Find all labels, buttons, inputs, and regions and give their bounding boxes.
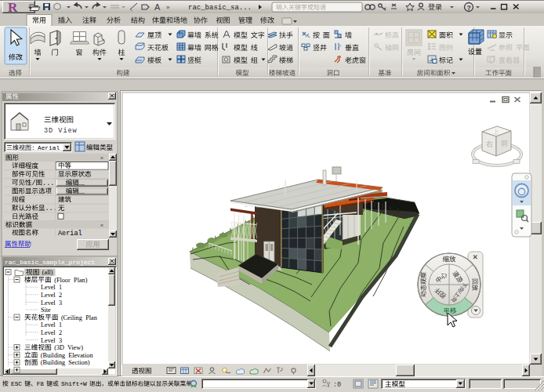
svg-text:View): View) [67,344,83,351]
svg-text:Level: Level [41,299,56,307]
svg-text:(Building: (Building [41,352,65,359]
svg-text::: : [31,145,35,151]
svg-text:(Ceiling: (Ceiling [61,314,82,321]
svg-text:(all): (all) [42,269,53,276]
svg-text:1: 1 [59,284,62,291]
svg-text:»: » [166,4,170,11]
svg-text:Plan: Plan [85,314,97,321]
svg-text:Aerial: Aerial [58,230,82,238]
svg-text:«: « [100,155,103,161]
svg-text:Plan): Plan) [74,277,88,284]
svg-text:Level: Level [41,329,56,336]
svg-text:Level: Level [41,321,56,328]
svg-text:Aerial: Aerial [38,145,60,151]
svg-text:?: ? [467,4,471,12]
svg-text::0: :0 [333,381,341,389]
svg-text:...: ... [79,187,85,195]
svg-text:Level: Level [41,292,56,299]
svg-text:2: 2 [59,292,62,299]
svg-text:Section): Section) [68,359,90,366]
svg-text:F8: F8 [37,381,45,387]
svg-text:2: 2 [59,329,62,336]
svg-text:Level: Level [41,337,56,344]
svg-text:/: / [32,180,36,187]
svg-text:3: 3 [59,299,62,307]
svg-text:Site: Site [41,307,51,314]
svg-text:rac_basic_sample_project: rac_basic_sample_project [5,259,95,266]
svg-text:(3D: (3D [54,344,64,351]
svg-text:R: R [8,0,18,15]
svg-text:(Floor: (Floor [54,277,71,284]
svg-text:ESC: ESC [11,381,22,387]
svg-text:A: A [154,2,161,12]
svg-text:1: 1 [59,321,62,328]
svg-text:...: ... [42,180,54,187]
svg-text:«: « [100,223,103,228]
svg-text:Level: Level [41,284,56,291]
svg-text:...: ... [79,179,85,187]
svg-text:Shift+W: Shift+W [61,381,87,387]
svg-text:(Building: (Building [41,359,65,366]
svg-text:3: 3 [59,337,62,344]
svg-text:3D View: 3D View [44,127,78,135]
svg-text:Elevation: Elevation [68,352,92,359]
svg-text:rac_basic_sa...: rac_basic_sa... [188,4,252,12]
